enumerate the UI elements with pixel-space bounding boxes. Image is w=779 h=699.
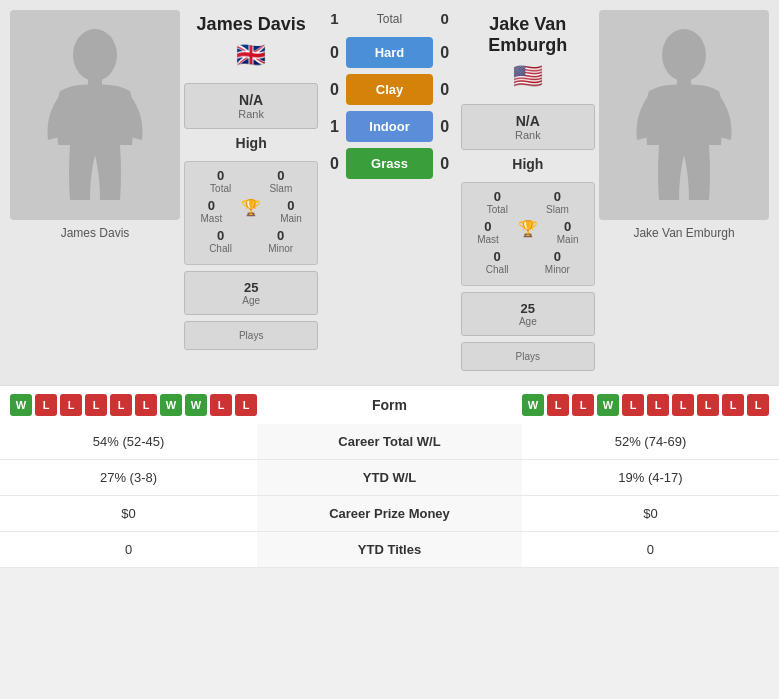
badge-l: L xyxy=(647,394,669,416)
left-player-name: James Davis xyxy=(197,14,306,35)
right-player-name-below: Jake Van Emburgh xyxy=(633,226,734,240)
stat-right-value: $0 xyxy=(522,496,779,532)
left-main-cell: 0 Main xyxy=(280,198,302,224)
left-minor-value: 0 xyxy=(268,228,293,243)
stat-right-value: 0 xyxy=(522,532,779,568)
svg-point-0 xyxy=(73,29,117,81)
clay-row: 0 Clay 0 xyxy=(322,74,456,105)
right-age-box: 25 Age xyxy=(461,292,595,336)
total-label: Total xyxy=(377,12,402,26)
left-player-name-below: James Davis xyxy=(61,226,130,240)
left-stat-row-3: 0 Chall 0 Minor xyxy=(191,228,311,254)
stat-center-label: Career Prize Money xyxy=(257,496,522,532)
stat-left-value: 54% (52-45) xyxy=(0,424,257,460)
right-slam-cell: 0 Slam xyxy=(546,189,569,215)
left-plays-box: Plays xyxy=(184,321,318,350)
right-main-value: 0 xyxy=(557,219,579,234)
right-player-flag: 🇺🇸 xyxy=(513,62,543,90)
right-plays-box: Plays xyxy=(461,342,595,371)
grass-row: 0 Grass 0 xyxy=(322,148,456,179)
total-left-score: 1 xyxy=(322,10,346,27)
right-rank-box: N/A Rank xyxy=(461,104,595,150)
clay-left-score: 0 xyxy=(322,81,346,99)
badge-l: L xyxy=(722,394,744,416)
hard-row: 0 Hard 0 xyxy=(322,37,456,68)
badge-l: L xyxy=(672,394,694,416)
right-player-photo-block: Jake Van Emburgh xyxy=(599,10,769,375)
left-rank-box: N/A Rank xyxy=(184,83,318,129)
right-form-badges: WLLWLLLLLL xyxy=(522,394,769,416)
left-player-silhouette xyxy=(40,25,150,205)
right-total-label: Total xyxy=(487,204,508,215)
stat-center-label: YTD W/L xyxy=(257,460,522,496)
indoor-button[interactable]: Indoor xyxy=(346,111,432,142)
badge-l: L xyxy=(622,394,644,416)
left-age-value: 25 xyxy=(201,280,301,295)
svg-point-2 xyxy=(662,29,706,81)
badge-l: L xyxy=(85,394,107,416)
left-total-label: Total xyxy=(210,183,231,194)
stat-right-value: 52% (74-69) xyxy=(522,424,779,460)
form-label: Form xyxy=(257,397,522,413)
right-rank-value: N/A xyxy=(478,113,578,129)
left-chall-label: Chall xyxy=(209,243,232,254)
left-stats-box: 0 Total 0 Slam 0 Mast 🏆 xyxy=(184,161,318,265)
grass-button[interactable]: Grass xyxy=(346,148,432,179)
left-slam-value: 0 xyxy=(269,168,292,183)
badge-w: W xyxy=(185,394,207,416)
left-player-photo-block: James Davis xyxy=(10,10,180,375)
right-plays-label: Plays xyxy=(478,351,578,362)
left-main-value: 0 xyxy=(280,198,302,213)
left-minor-cell: 0 Minor xyxy=(268,228,293,254)
badge-l: L xyxy=(110,394,132,416)
right-mast-label: Mast xyxy=(477,234,499,245)
right-rank-label: Rank xyxy=(478,129,578,141)
left-player-photo xyxy=(10,10,180,220)
clay-button[interactable]: Clay xyxy=(346,74,432,105)
indoor-left-score: 1 xyxy=(322,118,346,136)
right-chall-cell: 0 Chall xyxy=(486,249,509,275)
left-rank-value: N/A xyxy=(201,92,301,108)
badge-l: L xyxy=(135,394,157,416)
indoor-row: 1 Indoor 0 xyxy=(322,111,456,142)
badge-w: W xyxy=(522,394,544,416)
right-slam-label: Slam xyxy=(546,204,569,215)
left-main-label: Main xyxy=(280,213,302,224)
right-high-label: High xyxy=(512,156,543,172)
table-row: 0YTD Titles0 xyxy=(0,532,779,568)
stat-right-value: 19% (4-17) xyxy=(522,460,779,496)
left-chall-cell: 0 Chall xyxy=(209,228,232,254)
stat-center-label: Career Total W/L xyxy=(257,424,522,460)
left-trophy-icon: 🏆 xyxy=(241,199,261,216)
left-stat-row-2: 0 Mast 🏆 0 Main xyxy=(191,198,311,224)
right-player-photo xyxy=(599,10,769,220)
badge-l: L xyxy=(235,394,257,416)
right-total-cell: 0 Total xyxy=(487,189,508,215)
surfaces-section: 1 Total 0 0 Hard 0 0 Clay 0 1 Indoor 0 xyxy=(322,10,456,375)
hard-right-score: 0 xyxy=(433,44,457,62)
badge-w: W xyxy=(597,394,619,416)
left-player-flag: 🇬🇧 xyxy=(236,41,266,69)
badge-l: L xyxy=(210,394,232,416)
right-minor-cell: 0 Minor xyxy=(545,249,570,275)
hard-left-score: 0 xyxy=(322,44,346,62)
stat-left-value: 0 xyxy=(0,532,257,568)
badge-w: W xyxy=(160,394,182,416)
right-age-value: 25 xyxy=(478,301,578,316)
badge-l: L xyxy=(547,394,569,416)
left-mast-value: 0 xyxy=(200,198,222,213)
right-player-info: Jake Van Emburgh 🇺🇸 N/A Rank High 0 Tota… xyxy=(457,10,599,375)
left-age-label: Age xyxy=(201,295,301,306)
stats-table: 54% (52-45)Career Total W/L52% (74-69)27… xyxy=(0,424,779,568)
right-minor-label: Minor xyxy=(545,264,570,275)
left-slam-label: Slam xyxy=(269,183,292,194)
right-player-silhouette xyxy=(629,25,739,205)
total-right-score: 0 xyxy=(433,10,457,27)
right-mast-cell: 0 Mast xyxy=(477,219,499,245)
left-trophy-cell: 🏆 xyxy=(241,198,261,224)
badge-w: W xyxy=(10,394,32,416)
left-total-value: 0 xyxy=(210,168,231,183)
hard-button[interactable]: Hard xyxy=(346,37,432,68)
right-main-label: Main xyxy=(557,234,579,245)
right-chall-value: 0 xyxy=(486,249,509,264)
